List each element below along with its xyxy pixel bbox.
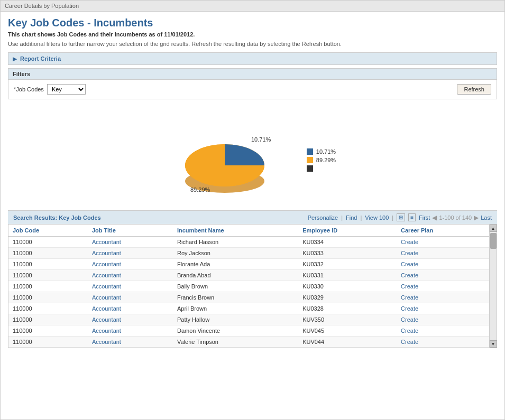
job-title-link[interactable]: Accountant (92, 250, 121, 256)
job-title-link[interactable]: Accountant (92, 305, 121, 312)
job-title-link[interactable]: Accountant (92, 239, 121, 245)
table-header-row: Job Code Job Title Incumbent Name Employ… (8, 225, 489, 237)
career-plan-link[interactable]: Create (401, 250, 418, 256)
cell-incumbent-name: April Brown (173, 303, 298, 314)
col-incumbent-name: Incumbent Name (173, 225, 298, 237)
cell-job-title: Accountant (88, 259, 173, 270)
filters-header: Filters (8, 69, 497, 80)
cell-incumbent-name: Valerie Timpson (173, 337, 298, 348)
cell-job-title: Accountant (88, 292, 173, 303)
legend-label-1: 10.71% (316, 148, 336, 155)
legend-color-1 (307, 148, 313, 155)
career-plan-link[interactable]: Create (401, 328, 418, 334)
legend-label-2: 89.29% (316, 157, 336, 163)
career-plan-link[interactable]: Create (401, 272, 418, 278)
scroll-up-btn[interactable]: ▲ (490, 225, 497, 232)
window-title: Career Details by Population (5, 3, 79, 9)
cell-employee-id: KU0333 (298, 248, 397, 259)
results-header: Search Results: Key Job Codes Personaliz… (8, 210, 497, 225)
table-row: 110000 Accountant Richard Hasson KU0334 … (8, 237, 489, 248)
job-codes-select[interactable]: Key All Non-Key (47, 84, 86, 95)
scroll-down-btn[interactable]: ▼ (490, 340, 497, 348)
col-employee-id: Employee ID (298, 225, 397, 237)
cell-job-title: Accountant (88, 248, 173, 259)
job-title-link[interactable]: Accountant (92, 316, 121, 323)
report-criteria-header[interactable]: ▶ Report Criteria (8, 53, 497, 64)
chart-label-top: 10.71% (251, 136, 271, 143)
job-title-link[interactable]: Accountant (92, 294, 121, 301)
cell-career-plan: Create (397, 259, 489, 270)
job-title-link[interactable]: Accountant (92, 283, 121, 290)
cell-job-title: Accountant (88, 337, 173, 348)
last-link[interactable]: Last (481, 214, 492, 221)
cell-career-plan: Create (397, 303, 489, 314)
cell-career-plan: Create (397, 337, 489, 348)
pie-chart-wrapper: 10.71% 89.29% (169, 115, 286, 200)
col-job-title: Job Title (88, 225, 173, 237)
job-title-link[interactable]: Accountant (92, 261, 121, 267)
cell-employee-id: KUV350 (298, 314, 397, 325)
job-title-link[interactable]: Accountant (92, 272, 121, 278)
prev-icon[interactable]: ◀ (432, 214, 437, 221)
cell-job-code: 110000 (8, 314, 88, 325)
cell-employee-id: KU0329 (298, 292, 397, 303)
first-link[interactable]: First (419, 214, 430, 221)
next-icon[interactable]: ▶ (474, 214, 479, 221)
cell-career-plan: Create (397, 292, 489, 303)
career-plan-link[interactable]: Create (401, 294, 418, 301)
job-title-link[interactable]: Accountant (92, 339, 121, 345)
results-table: Job Code Job Title Incumbent Name Employ… (8, 225, 489, 348)
cell-employee-id: KU0328 (298, 303, 397, 314)
career-plan-link[interactable]: Create (401, 339, 418, 345)
chart-container: 10.71% 89.29% 10.71% 89.29% (169, 115, 336, 200)
job-codes-label: *Job Codes (14, 86, 44, 92)
cell-incumbent-name: Florante Ada (173, 259, 298, 270)
cell-incumbent-name: Patty Hallow (173, 314, 298, 325)
cell-job-title: Accountant (88, 237, 173, 248)
cell-job-title: Accountant (88, 270, 173, 281)
filters-body: *Job Codes Key All Non-Key Refresh (8, 80, 497, 99)
cell-employee-id: KU0332 (298, 259, 397, 270)
grid-icon[interactable]: ⊞ (397, 213, 405, 221)
career-plan-link[interactable]: Create (401, 283, 418, 290)
career-plan-link[interactable]: Create (401, 316, 418, 323)
pagination: First ◀ 1-100 of 140 ▶ Last (419, 214, 492, 221)
table-row: 110000 Accountant Valerie Timpson KUV044… (8, 337, 489, 348)
career-plan-link[interactable]: Create (401, 261, 418, 267)
view-link[interactable]: View 100 (365, 214, 389, 221)
cell-career-plan: Create (397, 325, 489, 337)
legend-color-2 (307, 157, 313, 163)
cell-job-title: Accountant (88, 281, 173, 292)
cell-job-code: 110000 (8, 292, 88, 303)
page-description: Use additional filters to further narrow… (8, 41, 497, 47)
personalize-link[interactable]: Personalize (308, 214, 338, 221)
cell-job-code: 110000 (8, 281, 88, 292)
results-controls: Personalize | Find | View 100 | ⊞ ≡ Firs… (308, 213, 492, 221)
career-plan-link[interactable]: Create (401, 305, 418, 312)
pie-chart-svg: 10.71% 89.29% (169, 115, 286, 200)
cell-job-code: 110000 (8, 259, 88, 270)
expand-icon: ▶ (13, 56, 17, 62)
chart-area: 10.71% 89.29% 10.71% 89.29% (8, 105, 497, 210)
table-outer: Job Code Job Title Incumbent Name Employ… (8, 225, 497, 348)
scrollbar[interactable]: ▲ ▼ (489, 225, 497, 348)
page-subtitle: This chart shows Job Codes and their Inc… (8, 31, 497, 38)
filter-row: *Job Codes Key All Non-Key (14, 84, 86, 95)
refresh-button[interactable]: Refresh (457, 84, 491, 95)
career-plan-link[interactable]: Create (401, 239, 418, 245)
job-title-link[interactable]: Accountant (92, 328, 121, 334)
scroll-track (490, 232, 497, 340)
table-row: 110000 Accountant Damon Vincente KUV045 … (8, 325, 489, 337)
cell-job-code: 110000 (8, 325, 88, 337)
export-icon[interactable]: ≡ (408, 213, 416, 221)
scroll-thumb[interactable] (490, 233, 497, 249)
cell-job-title: Accountant (88, 325, 173, 337)
cell-career-plan: Create (397, 237, 489, 248)
col-career-plan: Career Plan (397, 225, 489, 237)
find-link[interactable]: Find (346, 214, 357, 221)
legend-item-3 (307, 165, 336, 172)
cell-employee-id: KU0334 (298, 237, 397, 248)
cell-job-title: Accountant (88, 314, 173, 325)
legend-item-2: 89.29% (307, 157, 336, 163)
table-body: 110000 Accountant Richard Hasson KU0334 … (8, 237, 489, 348)
